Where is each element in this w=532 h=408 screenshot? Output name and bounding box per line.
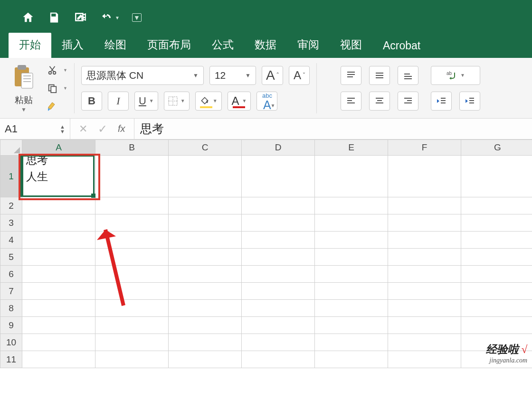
- svg-point-7: [53, 71, 56, 74]
- fill-color-button[interactable]: ▼: [195, 92, 222, 111]
- cancel-formula-icon[interactable]: ✕: [79, 123, 87, 135]
- svg-point-6: [49, 71, 52, 74]
- cell-A10[interactable]: [22, 334, 95, 351]
- tab-home[interactable]: 开始: [9, 33, 51, 58]
- font-size-combo[interactable]: 12 ▼: [209, 66, 256, 85]
- row-header-6[interactable]: 6: [0, 266, 22, 283]
- col-header-B[interactable]: B: [95, 140, 169, 156]
- cut-dropdown-icon[interactable]: ▼: [63, 68, 67, 73]
- tab-view[interactable]: 视图: [330, 33, 372, 58]
- cell-B1[interactable]: [95, 156, 169, 197]
- name-box-value: A1: [5, 123, 18, 135]
- bold-button[interactable]: B: [81, 92, 102, 111]
- formula-bar[interactable]: 思考: [134, 119, 532, 139]
- formula-bar-value: 思考: [140, 121, 164, 137]
- col-header-D[interactable]: D: [242, 140, 315, 156]
- row-header-11[interactable]: 11: [0, 351, 22, 368]
- svg-rect-1: [18, 65, 26, 70]
- align-right-button[interactable]: [398, 92, 418, 111]
- row-header-9[interactable]: 9: [0, 317, 22, 334]
- paste-label: 粘贴: [15, 94, 33, 106]
- cell-A7[interactable]: [22, 283, 95, 300]
- cell-styles-button[interactable]: abc A ▼: [256, 92, 277, 111]
- copy-dropdown-icon[interactable]: ▼: [63, 86, 67, 91]
- cell-E1[interactable]: [315, 156, 388, 197]
- cell-G1[interactable]: [461, 156, 532, 197]
- cell-A11[interactable]: [22, 351, 95, 368]
- wrap-text-button[interactable]: ab ▼: [431, 66, 480, 85]
- decrease-indent-button[interactable]: [431, 92, 452, 111]
- ribbon-tabs: 开始 插入 绘图 页面布局 公式 数据 审阅 视图 Acrobat: [0, 35, 532, 58]
- row-header-3[interactable]: 3: [0, 214, 22, 232]
- ribbon: 粘贴 ▼ ▼ ▼ 思源黑体: [0, 58, 532, 119]
- font-color-button[interactable]: A ▼: [228, 92, 251, 111]
- paste-dropdown-icon[interactable]: ▼: [21, 106, 27, 113]
- col-header-E[interactable]: E: [315, 140, 388, 156]
- svg-text:ab: ab: [446, 71, 452, 76]
- align-left-button[interactable]: [341, 92, 361, 111]
- tab-acrobat[interactable]: Acrobat: [372, 35, 431, 58]
- paste-button[interactable]: 粘贴 ▼: [7, 64, 41, 113]
- align-top-button[interactable]: [341, 66, 361, 85]
- row-header-10[interactable]: 10: [0, 334, 22, 351]
- name-box[interactable]: A1 ▲▼: [0, 119, 70, 139]
- quick-access-toolbar: ▼ ▼: [0, 0, 532, 35]
- cell-A9[interactable]: [22, 317, 95, 334]
- cell-C1[interactable]: [169, 156, 242, 197]
- increase-indent-button[interactable]: [459, 92, 480, 111]
- select-all-corner[interactable]: [0, 140, 22, 156]
- align-center-button[interactable]: [369, 92, 390, 111]
- tab-insert[interactable]: 插入: [51, 33, 94, 58]
- align-bottom-button[interactable]: [398, 66, 418, 85]
- underline-button[interactable]: U▼: [134, 92, 158, 111]
- cell-A4[interactable]: [22, 232, 95, 249]
- edit-icon[interactable]: [73, 11, 87, 24]
- tab-formulas[interactable]: 公式: [201, 33, 244, 58]
- row-header-4[interactable]: 4: [0, 232, 22, 249]
- cell-D1[interactable]: [242, 156, 315, 197]
- format-painter-button[interactable]: [43, 99, 62, 113]
- cell-A3[interactable]: [22, 214, 95, 232]
- undo-button[interactable]: ▼: [100, 12, 120, 23]
- save-icon[interactable]: [48, 11, 61, 24]
- row-header-2[interactable]: 2: [0, 197, 22, 214]
- chevron-down-icon[interactable]: ▼: [189, 72, 199, 79]
- customize-qat-icon[interactable]: ▼: [132, 13, 142, 22]
- cell-A8[interactable]: [22, 300, 95, 317]
- col-header-G[interactable]: G: [461, 140, 532, 156]
- svg-rect-9: [51, 86, 56, 93]
- chevron-down-icon[interactable]: ▼: [241, 72, 251, 79]
- font-name-combo[interactable]: 思源黑体 CN ▼: [81, 66, 204, 85]
- copy-button[interactable]: [43, 81, 62, 95]
- grid-table[interactable]: A B C D E F G 1 思考 人生 2 3 4 5 6 7 8 9 10: [0, 139, 532, 368]
- cell-A5[interactable]: [22, 249, 95, 266]
- fx-icon[interactable]: fx: [118, 123, 125, 134]
- clipboard-group: 粘贴 ▼ ▼ ▼: [7, 63, 75, 113]
- enter-formula-icon[interactable]: ✓: [98, 122, 107, 136]
- cut-button[interactable]: [43, 63, 62, 77]
- cell-A1[interactable]: 思考 人生: [22, 156, 95, 197]
- cell-F1[interactable]: [388, 156, 461, 197]
- row-header-5[interactable]: 5: [0, 249, 22, 266]
- tab-review[interactable]: 审阅: [287, 33, 330, 58]
- font-size-value: 12: [215, 70, 226, 81]
- tab-draw[interactable]: 绘图: [94, 33, 137, 58]
- home-icon[interactable]: [21, 11, 35, 24]
- formula-bar-row: A1 ▲▼ ✕ ✓ fx 思考: [0, 119, 532, 139]
- col-header-F[interactable]: F: [388, 140, 461, 156]
- undo-dropdown-icon[interactable]: ▼: [115, 15, 120, 20]
- cell-A2[interactable]: [22, 197, 95, 214]
- row-header-8[interactable]: 8: [0, 300, 22, 317]
- borders-button[interactable]: ▼: [164, 92, 190, 111]
- tab-data[interactable]: 数据: [244, 33, 287, 58]
- row-header-1[interactable]: 1: [0, 156, 22, 197]
- watermark: 经验啦 √ jingyanla.com: [486, 342, 527, 364]
- italic-button[interactable]: I: [108, 92, 129, 111]
- cell-A6[interactable]: [22, 266, 95, 283]
- decrease-font-button[interactable]: Aˇ: [289, 66, 310, 85]
- increase-font-button[interactable]: Aˆ: [262, 66, 283, 85]
- row-header-7[interactable]: 7: [0, 283, 22, 300]
- tab-page-layout[interactable]: 页面布局: [137, 33, 201, 58]
- col-header-C[interactable]: C: [169, 140, 242, 156]
- align-middle-button[interactable]: [369, 66, 390, 85]
